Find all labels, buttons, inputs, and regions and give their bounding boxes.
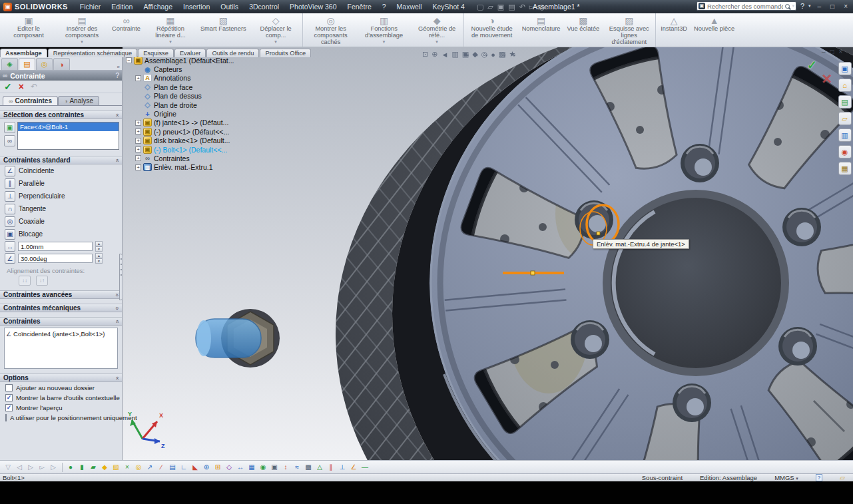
new-part-button[interactable]: ▲ Nouvelle pièce ▾	[691, 13, 738, 47]
filter-gtol-icon[interactable]: ▣	[269, 462, 280, 473]
confirmation-ok-button[interactable]: ✓	[807, 58, 817, 73]
menu-item[interactable]: Fenêtre	[342, 1, 377, 12]
tree-expand-box[interactable]: +	[135, 128, 141, 134]
tree-expand-box[interactable]: +	[135, 155, 141, 161]
filter-hatch-icon[interactable]: ⊞	[212, 462, 223, 473]
menu-item[interactable]: ?	[377, 1, 392, 12]
search-icon[interactable]	[785, 4, 790, 9]
filter-sketch-segment-icon[interactable]: ∕	[156, 462, 166, 473]
apply-scene-icon[interactable]: ▩▾	[499, 50, 505, 59]
distance-mate-icon[interactable]: ↔	[5, 241, 15, 252]
menu-item[interactable]: PhotoView 360	[284, 1, 342, 12]
tree-expand-box[interactable]: +	[135, 120, 141, 126]
distance-input[interactable]: 1.00mm	[18, 242, 93, 251]
angle-input[interactable]: 30.00deg	[18, 254, 93, 263]
checkbox[interactable]	[5, 384, 13, 391]
save-icon[interactable]: ▣	[497, 3, 504, 11]
command-tab[interactable]: Produits Office	[260, 49, 311, 57]
filter-edges-icon[interactable]: ▮	[77, 462, 87, 473]
parallel-mate-button[interactable]: ∥ Parallèle	[0, 177, 122, 190]
tree-item[interactable]: + ▥ Enlèv. mat.-Extru.1	[135, 163, 234, 172]
filter-perpendicular-icon[interactable]: ⊥	[337, 462, 348, 473]
filter-block-icon[interactable]: ▩	[303, 462, 314, 473]
exploded-view-button[interactable]: ▩ Vue éclatée ▾	[564, 13, 603, 47]
section-view-icon[interactable]: ▥▾	[451, 50, 458, 59]
tree-expand-box[interactable]: +	[135, 164, 141, 170]
smart-fasteners-button[interactable]: ▧ Smart Fasteners ▾	[197, 13, 250, 47]
file-explorer-icon[interactable]: ▱	[838, 112, 852, 125]
doc-restore-button[interactable]: □	[830, 48, 834, 55]
help-button[interactable]: ?	[800, 2, 804, 10]
section-mate-selections[interactable]: Sélection des contraintes »	[0, 111, 122, 119]
mate-selections-box[interactable]: Face<4>@Bolt-1	[17, 122, 119, 150]
insert-components-button[interactable]: ▤ Insérer des composants ▾	[55, 13, 109, 47]
command-tab[interactable]: Représentation schématique	[48, 49, 137, 57]
filter-axis-icon[interactable]: ×	[122, 462, 133, 473]
menu-item[interactable]: Edition	[106, 1, 138, 12]
status-tag-icon[interactable]: ▱	[840, 474, 845, 481]
pm-subtab[interactable]: ◑ Analyse	[58, 96, 99, 105]
confirmation-cancel-button[interactable]: ×	[822, 69, 832, 89]
menu-item[interactable]: Outils	[215, 1, 244, 12]
distance-spinner[interactable]: ▲▼	[95, 241, 103, 252]
select-arrow-icon[interactable]: ▻	[37, 462, 47, 473]
menu-item[interactable]: Affichage	[138, 1, 178, 12]
minimize-button[interactable]: –	[815, 3, 824, 10]
status-help-button[interactable]: ?	[816, 474, 822, 481]
filter-angle-icon[interactable]: ∠	[348, 462, 359, 473]
view-palette-icon[interactable]: ▥	[838, 128, 852, 142]
search-input[interactable]: ▣ Rechercher des commandes ▾	[697, 1, 796, 11]
tree-item[interactable]: + ∞ Contraintes	[135, 154, 234, 162]
undo-button[interactable]: ↶	[31, 82, 37, 91]
checkbox[interactable]: ✓	[5, 394, 13, 401]
previous-view-icon[interactable]: ◄▾	[441, 51, 448, 59]
featuremanager-tab[interactable]: ◈	[1, 58, 18, 70]
tree-item[interactable]: ◇ Plan de dessus	[135, 92, 234, 101]
print-icon[interactable]: ▤	[508, 3, 515, 11]
magnified-selection-icon[interactable]: ▷	[25, 462, 36, 473]
command-tab[interactable]: Evaluer	[174, 49, 206, 57]
doc-close-button[interactable]: ×	[839, 48, 843, 55]
configurationmanager-tab[interactable]: ◎	[36, 58, 53, 70]
checkbox[interactable]: ✓	[5, 404, 13, 411]
section-standard-mates[interactable]: Contraintes standard »	[0, 156, 122, 164]
mate-list-item[interactable]: ∠ Coïncidente4 (jante<1>,Bolt<1>)	[6, 330, 116, 338]
tree-expand-box[interactable]: +	[135, 146, 141, 152]
view-orientation-icon[interactable]: ▣▾	[462, 50, 469, 59]
angle-spinner[interactable]: ▲▼	[95, 253, 103, 264]
edit-component-button[interactable]: ▣ Editer le composant ▾	[2, 13, 55, 47]
zoom-area-icon[interactable]: ⊕▾	[431, 50, 437, 59]
filter-datum-icon[interactable]: ◇	[224, 462, 234, 473]
tree-item[interactable]: ◉ Capteurs	[135, 65, 234, 73]
tree-item[interactable]: + ▣ (-) pneu<1> (Défaut<<...	[135, 127, 234, 136]
tree-item[interactable]: ◇ Plan de face	[135, 83, 234, 91]
help-caret-icon[interactable]: ▾	[808, 3, 811, 9]
filter-midpoint-icon[interactable]: ▤	[167, 462, 178, 473]
search-scope-icon[interactable]: ▣	[699, 3, 705, 9]
panel-resize-grip[interactable]	[119, 254, 123, 300]
section-advanced-mates[interactable]: Contraintes avancées »	[0, 290, 122, 299]
filter-faces-icon[interactable]: ▰	[88, 462, 99, 473]
concentric-mate-button[interactable]: ◎ Coaxiale	[0, 215, 122, 228]
section-options[interactable]: Options »	[0, 374, 122, 382]
ok-button[interactable]: ✓	[4, 81, 12, 92]
filter-centerline-icon[interactable]: ◣	[190, 462, 200, 473]
show-hidden-components-button[interactable]: ◎ Montrer les composants cachés ▾	[304, 13, 358, 47]
custom-properties-icon[interactable]: ▦	[838, 162, 852, 175]
linear-pattern-button[interactable]: ▦ Répétition linéaire d... ▾	[144, 13, 197, 47]
mates-list-box[interactable]: ∠ Coïncidente4 (jante<1>,Bolt<1>)	[4, 328, 118, 369]
lock-mate-button[interactable]: ▣ Blocage	[0, 228, 122, 240]
zoom-fit-icon[interactable]: ⊡▾	[422, 50, 428, 59]
filter-plane-icon[interactable]: ◎	[133, 462, 144, 473]
filter-note-icon[interactable]: ↔	[235, 462, 246, 473]
view-settings-icon[interactable]: ★▾	[509, 50, 515, 59]
mate-button[interactable]: ∞ Contrainte ▾	[109, 13, 144, 47]
bill-of-materials-button[interactable]: ▤ Nomenclature ▾	[519, 13, 564, 47]
cancel-button[interactable]: ×	[19, 81, 24, 92]
smart-select-icon[interactable]: ▷	[48, 462, 59, 473]
pm-help-button[interactable]: ?	[115, 72, 119, 79]
menu-item[interactable]: KeyShot 4	[427, 1, 470, 12]
filter-toggle-icon[interactable]: ▽	[3, 462, 13, 473]
clear-filters-icon[interactable]: ◁	[14, 462, 25, 473]
section-mates[interactable]: Contraintes »	[0, 317, 122, 326]
